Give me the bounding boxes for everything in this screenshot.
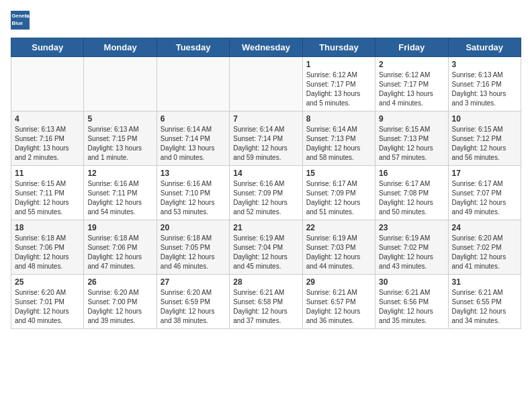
calendar-cell: 10Sunrise: 6:15 AM Sunset: 7:12 PM Dayli… (448, 111, 521, 166)
calendar-cell: 23Sunrise: 6:19 AM Sunset: 7:02 PM Dayli… (375, 220, 448, 275)
calendar-cell: 7Sunrise: 6:14 AM Sunset: 7:14 PM Daylig… (230, 111, 302, 166)
calendar-cell: 6Sunrise: 6:14 AM Sunset: 7:14 PM Daylig… (157, 111, 229, 166)
day-number: 12 (87, 169, 152, 178)
day-number: 20 (161, 223, 226, 232)
day-number: 15 (306, 169, 371, 178)
calendar-cell: 12Sunrise: 6:16 AM Sunset: 7:11 PM Dayli… (84, 166, 157, 220)
day-info: Sunrise: 6:15 AM Sunset: 7:13 PM Dayligh… (379, 125, 444, 163)
calendar-cell (157, 57, 229, 111)
day-number: 27 (161, 277, 226, 287)
day-info: Sunrise: 6:19 AM Sunset: 7:04 PM Dayligh… (233, 234, 298, 271)
day-info: Sunrise: 6:18 AM Sunset: 7:06 PM Dayligh… (15, 234, 80, 271)
day-info: Sunrise: 6:13 AM Sunset: 7:15 PM Dayligh… (87, 125, 152, 163)
logo-icon: General Blue (11, 11, 30, 30)
day-info: Sunrise: 6:16 AM Sunset: 7:09 PM Dayligh… (233, 179, 298, 217)
day-number: 1 (306, 60, 371, 69)
weekday-header: Saturday (448, 38, 521, 57)
weekday-header: Monday (84, 38, 157, 57)
day-number: 4 (15, 114, 80, 124)
calendar-cell: 22Sunrise: 6:19 AM Sunset: 7:03 PM Dayli… (302, 220, 375, 275)
calendar-cell: 30Sunrise: 6:21 AM Sunset: 6:56 PM Dayli… (375, 275, 448, 329)
calendar-cell: 16Sunrise: 6:17 AM Sunset: 7:08 PM Dayli… (375, 166, 448, 220)
calendar-cell: 29Sunrise: 6:21 AM Sunset: 6:57 PM Dayli… (302, 275, 375, 329)
day-info: Sunrise: 6:17 AM Sunset: 7:08 PM Dayligh… (379, 179, 444, 217)
day-number: 25 (15, 277, 80, 287)
day-number: 8 (306, 114, 371, 124)
day-number: 17 (452, 169, 517, 178)
day-number: 22 (306, 223, 371, 232)
day-info: Sunrise: 6:20 AM Sunset: 6:59 PM Dayligh… (161, 288, 226, 326)
calendar-week-row: 25Sunrise: 6:20 AM Sunset: 7:01 PM Dayli… (11, 275, 521, 329)
calendar-cell: 17Sunrise: 6:17 AM Sunset: 7:07 PM Dayli… (448, 166, 521, 220)
calendar-cell: 24Sunrise: 6:20 AM Sunset: 7:02 PM Dayli… (448, 220, 521, 275)
calendar-week-row: 1Sunrise: 6:12 AM Sunset: 7:17 PM Daylig… (11, 57, 521, 111)
calendar-week-row: 18Sunrise: 6:18 AM Sunset: 7:06 PM Dayli… (11, 220, 521, 275)
weekday-header: Sunday (11, 38, 84, 57)
calendar-cell: 5Sunrise: 6:13 AM Sunset: 7:15 PM Daylig… (84, 111, 157, 166)
calendar-cell: 4Sunrise: 6:13 AM Sunset: 7:16 PM Daylig… (11, 111, 84, 166)
calendar-week-row: 4Sunrise: 6:13 AM Sunset: 7:16 PM Daylig… (11, 111, 521, 166)
day-number: 19 (87, 223, 152, 232)
calendar-week-row: 11Sunrise: 6:15 AM Sunset: 7:11 PM Dayli… (11, 166, 521, 220)
calendar-cell: 19Sunrise: 6:18 AM Sunset: 7:06 PM Dayli… (84, 220, 157, 275)
calendar-cell: 9Sunrise: 6:15 AM Sunset: 7:13 PM Daylig… (375, 111, 448, 166)
day-number: 10 (452, 114, 517, 124)
day-info: Sunrise: 6:17 AM Sunset: 7:09 PM Dayligh… (306, 179, 371, 217)
day-info: Sunrise: 6:20 AM Sunset: 7:02 PM Dayligh… (452, 234, 517, 271)
day-info: Sunrise: 6:12 AM Sunset: 7:17 PM Dayligh… (306, 71, 371, 108)
day-info: Sunrise: 6:20 AM Sunset: 7:01 PM Dayligh… (15, 288, 80, 326)
svg-text:Blue: Blue (11, 20, 23, 26)
day-info: Sunrise: 6:17 AM Sunset: 7:07 PM Dayligh… (452, 179, 517, 217)
day-number: 3 (452, 60, 517, 69)
calendar-cell: 1Sunrise: 6:12 AM Sunset: 7:17 PM Daylig… (302, 57, 375, 111)
day-info: Sunrise: 6:14 AM Sunset: 7:14 PM Dayligh… (161, 125, 226, 163)
page-header: General Blue (11, 11, 521, 30)
day-info: Sunrise: 6:15 AM Sunset: 7:11 PM Dayligh… (15, 179, 80, 217)
day-number: 14 (233, 169, 298, 178)
day-number: 31 (452, 277, 517, 287)
calendar-cell (11, 57, 84, 111)
calendar-cell: 18Sunrise: 6:18 AM Sunset: 7:06 PM Dayli… (11, 220, 84, 275)
day-number: 13 (161, 169, 226, 178)
calendar-table: SundayMondayTuesdayWednesdayThursdayFrid… (11, 38, 521, 329)
day-info: Sunrise: 6:14 AM Sunset: 7:14 PM Dayligh… (233, 125, 298, 163)
calendar-cell: 15Sunrise: 6:17 AM Sunset: 7:09 PM Dayli… (302, 166, 375, 220)
day-number: 23 (379, 223, 444, 232)
day-number: 21 (233, 223, 298, 232)
calendar-cell: 8Sunrise: 6:14 AM Sunset: 7:13 PM Daylig… (302, 111, 375, 166)
day-number: 18 (15, 223, 80, 232)
day-number: 9 (379, 114, 444, 124)
day-info: Sunrise: 6:16 AM Sunset: 7:10 PM Dayligh… (161, 179, 226, 217)
calendar-cell: 28Sunrise: 6:21 AM Sunset: 6:58 PM Dayli… (230, 275, 302, 329)
calendar-cell: 27Sunrise: 6:20 AM Sunset: 6:59 PM Dayli… (157, 275, 229, 329)
calendar-cell: 26Sunrise: 6:20 AM Sunset: 7:00 PM Dayli… (84, 275, 157, 329)
day-info: Sunrise: 6:13 AM Sunset: 7:16 PM Dayligh… (15, 125, 80, 163)
day-info: Sunrise: 6:21 AM Sunset: 6:58 PM Dayligh… (233, 288, 298, 326)
calendar-cell: 2Sunrise: 6:12 AM Sunset: 7:17 PM Daylig… (375, 57, 448, 111)
calendar-cell (84, 57, 157, 111)
weekday-header: Friday (375, 38, 448, 57)
calendar-cell: 14Sunrise: 6:16 AM Sunset: 7:09 PM Dayli… (230, 166, 302, 220)
day-info: Sunrise: 6:12 AM Sunset: 7:17 PM Dayligh… (379, 71, 444, 108)
day-number: 5 (87, 114, 152, 124)
day-info: Sunrise: 6:13 AM Sunset: 7:16 PM Dayligh… (452, 71, 517, 108)
calendar-cell: 20Sunrise: 6:18 AM Sunset: 7:05 PM Dayli… (157, 220, 229, 275)
day-number: 2 (379, 60, 444, 69)
day-info: Sunrise: 6:21 AM Sunset: 6:57 PM Dayligh… (306, 288, 371, 326)
day-number: 11 (15, 169, 80, 178)
day-number: 16 (379, 169, 444, 178)
day-info: Sunrise: 6:21 AM Sunset: 6:55 PM Dayligh… (452, 288, 517, 326)
calendar-cell: 31Sunrise: 6:21 AM Sunset: 6:55 PM Dayli… (448, 275, 521, 329)
day-info: Sunrise: 6:20 AM Sunset: 7:00 PM Dayligh… (87, 288, 152, 326)
day-info: Sunrise: 6:21 AM Sunset: 6:56 PM Dayligh… (379, 288, 444, 326)
day-number: 24 (452, 223, 517, 232)
day-number: 28 (233, 277, 298, 287)
day-number: 7 (233, 114, 298, 124)
day-number: 26 (87, 277, 152, 287)
day-info: Sunrise: 6:19 AM Sunset: 7:03 PM Dayligh… (306, 234, 371, 271)
calendar-cell: 11Sunrise: 6:15 AM Sunset: 7:11 PM Dayli… (11, 166, 84, 220)
day-info: Sunrise: 6:14 AM Sunset: 7:13 PM Dayligh… (306, 125, 371, 163)
calendar-cell (230, 57, 302, 111)
weekday-header: Thursday (302, 38, 375, 57)
calendar-cell: 21Sunrise: 6:19 AM Sunset: 7:04 PM Dayli… (230, 220, 302, 275)
